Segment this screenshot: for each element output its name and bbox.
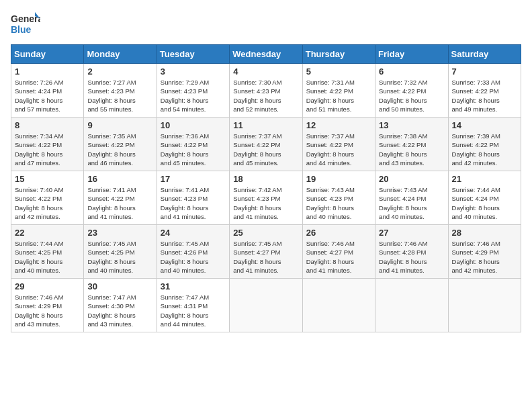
calendar-row: 22Sunrise: 7:44 AMSunset: 4:25 PMDayligh… — [11, 225, 521, 279]
header-monday: Monday — [84, 45, 157, 64]
calendar-cell: 9Sunrise: 7:35 AMSunset: 4:22 PMDaylight… — [84, 118, 157, 171]
calendar-cell: 8Sunrise: 7:34 AMSunset: 4:22 PMDaylight… — [11, 118, 84, 171]
svg-text:Blue: Blue — [11, 24, 32, 35]
header-saturday: Saturday — [448, 45, 521, 64]
calendar-cell: 20Sunrise: 7:43 AMSunset: 4:24 PMDayligh… — [375, 171, 448, 225]
calendar-cell: 27Sunrise: 7:46 AMSunset: 4:28 PMDayligh… — [375, 225, 448, 279]
logo: General Blue — [11, 11, 40, 38]
calendar-cell: 6Sunrise: 7:32 AMSunset: 4:22 PMDaylight… — [375, 64, 448, 118]
calendar-header-row: SundayMondayTuesdayWednesdayThursdayFrid… — [11, 45, 521, 64]
calendar-cell: 24Sunrise: 7:45 AMSunset: 4:26 PMDayligh… — [157, 225, 229, 279]
calendar-cell: 18Sunrise: 7:42 AMSunset: 4:23 PMDayligh… — [230, 171, 302, 225]
logo-svg: General Blue — [11, 11, 40, 38]
calendar-cell: 28Sunrise: 7:46 AMSunset: 4:29 PMDayligh… — [448, 225, 521, 279]
calendar-cell: 17Sunrise: 7:41 AMSunset: 4:23 PMDayligh… — [157, 171, 229, 225]
calendar-cell: 7Sunrise: 7:33 AMSunset: 4:22 PMDaylight… — [448, 64, 521, 118]
calendar-cell: 13Sunrise: 7:38 AMSunset: 4:22 PMDayligh… — [375, 118, 448, 171]
calendar-cell: 19Sunrise: 7:43 AMSunset: 4:23 PMDayligh… — [302, 171, 375, 225]
calendar-cell — [448, 279, 521, 332]
calendar-table: SundayMondayTuesdayWednesdayThursdayFrid… — [11, 44, 521, 332]
calendar-cell: 15Sunrise: 7:40 AMSunset: 4:22 PMDayligh… — [11, 171, 84, 225]
calendar-cell: 4Sunrise: 7:30 AMSunset: 4:23 PMDaylight… — [230, 64, 302, 118]
calendar-cell — [375, 279, 448, 332]
calendar-cell — [230, 279, 302, 332]
header-thursday: Thursday — [302, 45, 375, 64]
calendar-cell: 29Sunrise: 7:46 AMSunset: 4:29 PMDayligh… — [11, 279, 84, 332]
calendar-cell: 5Sunrise: 7:31 AMSunset: 4:22 PMDaylight… — [302, 64, 375, 118]
calendar-cell: 31Sunrise: 7:47 AMSunset: 4:31 PMDayligh… — [157, 279, 229, 332]
calendar-cell: 1Sunrise: 7:26 AMSunset: 4:24 PMDaylight… — [11, 64, 84, 118]
header-tuesday: Tuesday — [157, 45, 229, 64]
calendar-cell: 30Sunrise: 7:47 AMSunset: 4:30 PMDayligh… — [84, 279, 157, 332]
calendar-cell: 26Sunrise: 7:46 AMSunset: 4:27 PMDayligh… — [302, 225, 375, 279]
calendar-cell: 12Sunrise: 7:37 AMSunset: 4:22 PMDayligh… — [302, 118, 375, 171]
calendar-cell: 10Sunrise: 7:36 AMSunset: 4:22 PMDayligh… — [157, 118, 229, 171]
calendar-cell: 23Sunrise: 7:45 AMSunset: 4:25 PMDayligh… — [84, 225, 157, 279]
header-friday: Friday — [375, 45, 448, 64]
calendar-row: 15Sunrise: 7:40 AMSunset: 4:22 PMDayligh… — [11, 171, 521, 225]
calendar-cell: 2Sunrise: 7:27 AMSunset: 4:23 PMDaylight… — [84, 64, 157, 118]
calendar-cell: 21Sunrise: 7:44 AMSunset: 4:24 PMDayligh… — [448, 171, 521, 225]
calendar-cell: 22Sunrise: 7:44 AMSunset: 4:25 PMDayligh… — [11, 225, 84, 279]
calendar-row: 8Sunrise: 7:34 AMSunset: 4:22 PMDaylight… — [11, 118, 521, 171]
calendar-cell: 11Sunrise: 7:37 AMSunset: 4:22 PMDayligh… — [230, 118, 302, 171]
calendar-cell: 14Sunrise: 7:39 AMSunset: 4:22 PMDayligh… — [448, 118, 521, 171]
calendar-cell — [302, 279, 375, 332]
header-wednesday: Wednesday — [230, 45, 302, 64]
header-sunday: Sunday — [11, 45, 84, 64]
calendar-cell: 16Sunrise: 7:41 AMSunset: 4:22 PMDayligh… — [84, 171, 157, 225]
calendar-row: 1Sunrise: 7:26 AMSunset: 4:24 PMDaylight… — [11, 64, 521, 118]
calendar-cell: 3Sunrise: 7:29 AMSunset: 4:23 PMDaylight… — [157, 64, 229, 118]
page-header: General Blue — [11, 11, 521, 38]
calendar-row: 29Sunrise: 7:46 AMSunset: 4:29 PMDayligh… — [11, 279, 521, 332]
calendar-cell: 25Sunrise: 7:45 AMSunset: 4:27 PMDayligh… — [230, 225, 302, 279]
